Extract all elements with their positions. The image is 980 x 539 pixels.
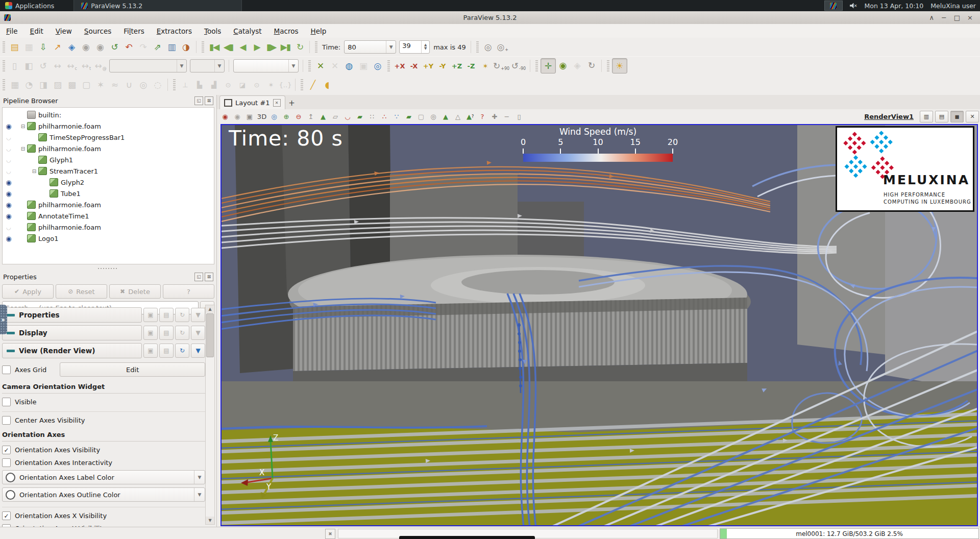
visibility-eye-icon[interactable]: ◉ (3, 179, 15, 186)
scroll-down-icon[interactable]: ▼ (206, 517, 214, 524)
select-block-icon[interactable]: ▰ (354, 111, 366, 122)
redo-icon[interactable]: ↷ (136, 40, 151, 54)
zoom-to-data-time-icon[interactable]: ◎ (481, 40, 496, 54)
rescale-over-time-icon[interactable]: ↔t (79, 59, 93, 73)
apply-button[interactable]: ✔Apply (2, 284, 54, 299)
play-backward-button[interactable]: ◀ (235, 40, 250, 54)
set-view-plus-z-button[interactable]: +Z (450, 59, 464, 73)
taskbar-window-button[interactable]: ParaView 5.13.2 (74, 0, 242, 11)
pick-center-button[interactable]: ↻ (584, 58, 599, 72)
pipeline-item-philharmonie-foam-2[interactable]: philharmonie.foam (38, 145, 101, 153)
pipeline-item-glyph2[interactable]: Glyph2 (61, 179, 84, 186)
toggle-color-legend-icon[interactable]: ▯ (8, 59, 22, 73)
select-points-on-icon[interactable]: ⊖ (292, 111, 305, 122)
paste-properties-icon[interactable]: ▤ (159, 308, 174, 322)
python-calculator-icon[interactable]: {..} (278, 78, 292, 92)
maximize-window-button[interactable]: □ (954, 14, 960, 21)
protractor-icon[interactable]: ◖ (320, 78, 334, 92)
copy-properties-icon[interactable]: ▣ (143, 344, 158, 358)
select-cells-through-icon[interactable]: ↥ (305, 111, 317, 122)
tree-row[interactable]: ◉ ⊟ philharmonie.foam (3, 120, 214, 132)
select-points-polygon-icon[interactable]: ◡ (341, 111, 354, 122)
close-layout-icon[interactable]: ✕ (273, 99, 281, 107)
reset-defaults-icon[interactable]: ↻ (175, 326, 189, 340)
pipeline-item-logo1[interactable]: Logo1 (38, 235, 58, 242)
select-cells-on-icon[interactable]: ⊕ (280, 111, 292, 122)
visibility-eye-icon[interactable]: ◡ (3, 224, 15, 231)
reset-color-map-icon[interactable]: ↺ (36, 59, 51, 73)
tree-row[interactable]: ◉ Tube1 (3, 188, 214, 199)
tree-row[interactable]: ◡ philharmonie.foam (3, 222, 214, 233)
rescale-to-data-range-icon[interactable]: ↔ (51, 59, 65, 73)
section-properties[interactable]: Properties (2, 307, 142, 323)
tree-expander-icon[interactable]: ⊟ (19, 146, 27, 152)
render-view[interactable]: Time: 80 s Wind Speed (m/s) 0 5 10 15 20 (220, 124, 978, 526)
pipeline-item-tube1[interactable]: Tube1 (61, 190, 81, 198)
help-button[interactable]: ? (163, 284, 214, 299)
save-data-icon[interactable]: ⇩ (36, 40, 51, 54)
warp-by-vector-icon[interactable]: ∪ (122, 78, 136, 92)
play-button[interactable]: ▶ (250, 40, 264, 54)
toggle-2d-3d-button[interactable]: 3D (256, 111, 268, 122)
pipeline-item-annotatetime1[interactable]: AnnotateTime1 (38, 212, 89, 220)
visibility-eye-icon[interactable]: ◡ (3, 134, 15, 141)
minimize-window-button[interactable]: − (941, 14, 947, 21)
paste-properties-icon[interactable]: ▤ (159, 326, 174, 340)
clip-filter-icon[interactable]: ◨ (36, 78, 51, 92)
pipeline-item-philharmonie-foam-4[interactable]: philharmonie.foam (38, 224, 101, 231)
menu-sources[interactable]: Sources (84, 27, 111, 35)
plot-over-time-icon[interactable]: ⊙ (221, 78, 235, 92)
contour-filter-icon[interactable]: ◔ (22, 78, 36, 92)
toolbar-handle[interactable] (476, 41, 479, 53)
pipeline-item-builtin[interactable]: builtin: (38, 111, 61, 119)
reset-camera-icon[interactable]: ✕ (313, 59, 328, 73)
volume-muted-icon[interactable]: ✕ (850, 3, 857, 9)
select-custom-box-icon[interactable]: ▢ (415, 111, 427, 122)
save-file-icon[interactable]: ▦ (22, 40, 36, 54)
close-window-button[interactable]: × (967, 14, 973, 21)
previous-frame-button[interactable]: ◀▮ (221, 40, 235, 54)
save-defaults-icon[interactable]: ▼ (191, 326, 205, 340)
close-view-button[interactable]: ✕ (966, 111, 979, 122)
axes-grid-checkbox[interactable] (2, 365, 11, 374)
reset-button[interactable]: ⊘Reset (56, 284, 107, 299)
tree-row[interactable]: ◡ ⊟ philharmonie.foam (3, 143, 214, 154)
toolbar-handle[interactable] (173, 79, 176, 90)
menu-view[interactable]: View (56, 27, 72, 35)
toolbar-handle[interactable] (3, 79, 5, 90)
first-frame-button[interactable]: ▮◀ (207, 40, 221, 54)
group-datasets-icon[interactable]: ◎ (136, 78, 151, 92)
remove-view-icon[interactable]: − (501, 111, 513, 122)
orientation-axes-visibility-checkbox[interactable] (2, 446, 11, 454)
menu-tools[interactable]: Tools (204, 27, 221, 35)
extract-block-icon[interactable]: ◌ (151, 78, 165, 92)
find-data-icon[interactable]: ▙ (192, 78, 207, 92)
light-kit-toggle[interactable]: ☀ (612, 58, 627, 74)
center-axes-visibility-checkbox[interactable] (2, 416, 11, 425)
save-defaults-icon[interactable]: ▼ (191, 344, 205, 358)
extract-subset-icon[interactable]: ▢ (79, 78, 93, 92)
tree-row[interactable]: ◡ ⊟ StreamTracer1 (3, 165, 214, 177)
pipeline-item-glyph1[interactable]: Glyph1 (50, 156, 73, 164)
split-vertical-button[interactable]: ▤ (935, 111, 948, 122)
chevron-down-icon[interactable]: ▼ (194, 471, 205, 484)
delete-view-icon[interactable]: ▯ (513, 111, 525, 122)
zoom-closest-to-data-icon[interactable]: ◎+ (496, 40, 510, 54)
menu-filters[interactable]: Filters (124, 27, 144, 35)
auto-apply-icon[interactable]: ◈ (65, 40, 79, 54)
interactive-select-cells-icon[interactable]: ∷ (366, 111, 378, 122)
delete-button[interactable]: ✖Delete (109, 284, 161, 299)
camera-undo-icon[interactable]: ◉ (219, 111, 231, 122)
window-titlebar[interactable]: ParaView 5.13.2 ∧−□× (0, 11, 980, 24)
camera-redo-icon[interactable]: ◉ (231, 111, 243, 122)
slice-filter-icon[interactable]: ▨ (51, 78, 65, 92)
camera-orientation-widget-toggle[interactable]: ✛ (541, 58, 556, 74)
visibility-eye-icon[interactable]: ◉ (3, 122, 15, 130)
toolbar-handle[interactable] (301, 79, 303, 90)
pipeline-item-streamtracer1[interactable]: StreamTracer1 (50, 167, 98, 175)
properties-scrollbar[interactable]: ▲ ▼ (205, 305, 215, 525)
menu-macros[interactable]: Macros (274, 27, 299, 35)
hover-cells-icon[interactable]: ▰ (403, 111, 415, 122)
edit-axes-grid-button[interactable]: Edit (60, 362, 205, 377)
plot-data-over-time-icon[interactable]: ⊙ (250, 78, 264, 92)
